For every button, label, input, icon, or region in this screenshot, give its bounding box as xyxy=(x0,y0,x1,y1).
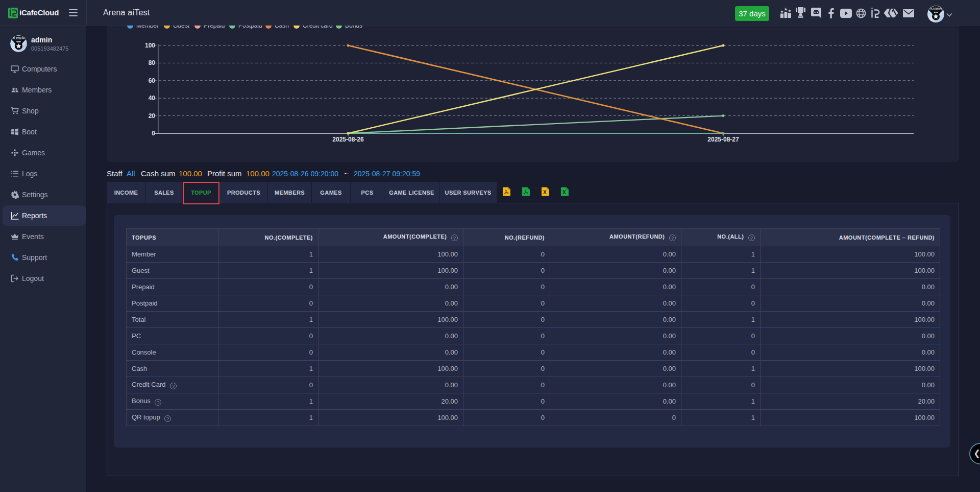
svg-text:40: 40 xyxy=(149,95,156,102)
svg-text:X: X xyxy=(562,190,566,195)
svg-text:X: X xyxy=(543,190,547,195)
svg-text:20: 20 xyxy=(149,112,156,120)
svg-text:0: 0 xyxy=(152,130,155,137)
svg-text:2025-08-26: 2025-08-26 xyxy=(332,136,364,143)
svg-text:80: 80 xyxy=(149,59,156,66)
svg-text:100: 100 xyxy=(145,42,155,49)
svg-text:60: 60 xyxy=(149,77,156,84)
svg-text:2025-08-27: 2025-08-27 xyxy=(707,136,739,143)
